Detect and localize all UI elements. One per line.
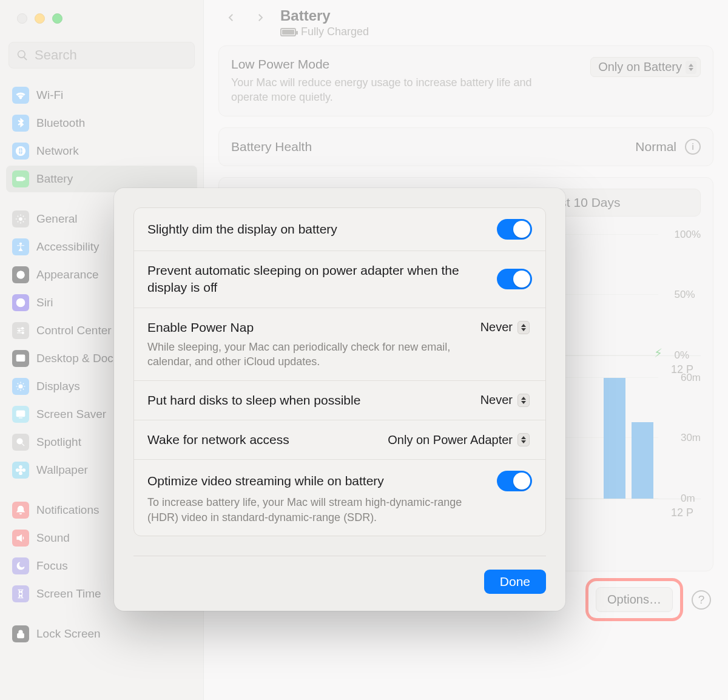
option-desc: While sleeping, your Mac can periodicall… xyxy=(147,340,487,369)
option-row-1: Prevent automatic sleeping on power adap… xyxy=(134,251,545,308)
option-label: Wake for network access xyxy=(147,431,289,448)
chevron-updown-icon xyxy=(517,321,530,334)
option-row-0: Slightly dim the display on battery xyxy=(134,208,545,251)
option-label: Slightly dim the display on battery xyxy=(147,221,337,238)
chevron-updown-icon xyxy=(517,394,530,407)
toggle-0[interactable] xyxy=(497,219,532,240)
popup-value: Never xyxy=(480,393,513,407)
done-button[interactable]: Done xyxy=(484,570,546,594)
option-desc: To increase battery life, your Mac will … xyxy=(147,495,487,525)
option-label: Put hard disks to sleep when possible xyxy=(147,392,360,409)
option-row-5: Optimize video streaming while on batter… xyxy=(134,459,545,536)
toggle-5[interactable] xyxy=(497,471,532,491)
popup-4[interactable]: Only on Power Adapter xyxy=(382,432,532,448)
toggle-1[interactable] xyxy=(497,269,532,289)
option-row-2: Enable Power NapNeverWhile sleeping, you… xyxy=(134,308,545,380)
option-label: Prevent automatic sleeping on power adap… xyxy=(147,262,475,297)
option-label: Optimize video streaming while on batter… xyxy=(147,473,384,490)
popup-value: Only on Power Adapter xyxy=(388,433,513,447)
chevron-updown-icon xyxy=(517,433,530,446)
option-label: Enable Power Nap xyxy=(147,319,254,336)
option-row-4: Wake for network accessOnly on Power Ada… xyxy=(134,420,545,459)
popup-2[interactable]: Never xyxy=(474,319,532,335)
popup-3[interactable]: Never xyxy=(474,392,532,408)
popup-value: Never xyxy=(480,320,513,334)
options-modal: Slightly dim the display on batteryPreve… xyxy=(114,188,565,611)
option-row-3: Put hard disks to sleep when possibleNev… xyxy=(134,380,545,420)
